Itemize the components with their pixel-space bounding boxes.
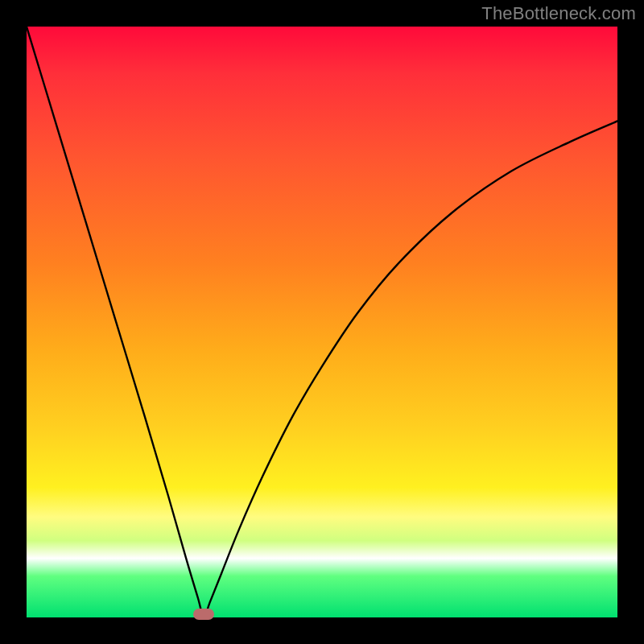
bottleneck-curve: [27, 27, 617, 617]
curve-svg: [27, 27, 617, 617]
plot-area: [27, 27, 617, 617]
watermark-text: TheBottleneck.com: [481, 3, 636, 24]
optimal-marker: [193, 609, 214, 620]
chart-container: TheBottleneck.com: [0, 0, 644, 644]
